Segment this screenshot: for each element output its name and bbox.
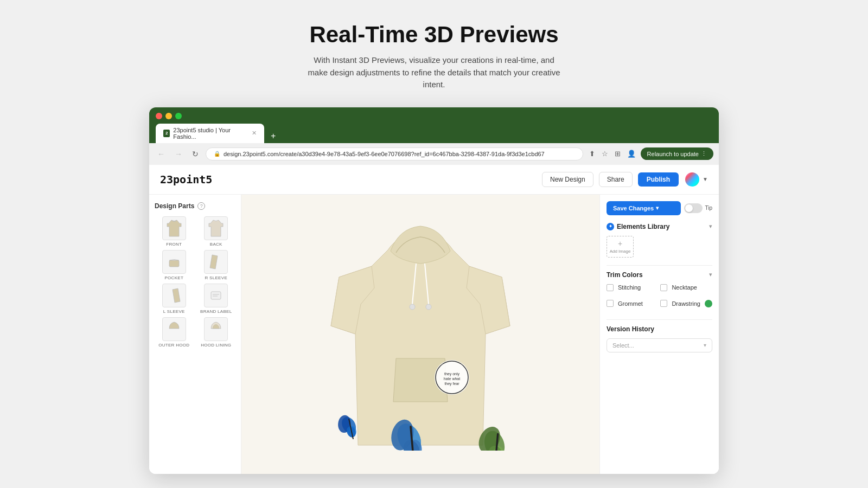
- version-chevron-icon: ▾: [704, 342, 706, 348]
- part-rsleeve[interactable]: R SLEEVE: [197, 250, 236, 280]
- relaunch-chevron-icon: ⋮: [701, 150, 707, 157]
- elements-library-section: ✦ Elements Library ▾ + Add Image: [607, 223, 712, 258]
- version-history-label: Version History: [607, 325, 654, 333]
- back-button[interactable]: ←: [155, 149, 168, 159]
- profile-icon[interactable]: 👤: [626, 148, 637, 159]
- browser-chrome: 2 23point5 studio | Your Fashio... ✕ +: [149, 107, 719, 143]
- stitching-checkbox[interactable]: [607, 284, 614, 291]
- part-outer-hood[interactable]: OUTER HOOD: [155, 317, 194, 348]
- new-design-button[interactable]: New Design: [542, 172, 593, 187]
- nav-actions: ⬆ ☆ ⊞ 👤 Relaunch to update ⋮: [588, 147, 713, 160]
- part-back[interactable]: BACK: [197, 216, 236, 247]
- elements-library-icon: ✦: [607, 223, 614, 230]
- svg-text:they only: they only: [444, 372, 460, 376]
- part-front[interactable]: FRONT: [155, 216, 194, 247]
- forward-button[interactable]: →: [172, 149, 185, 159]
- publish-button[interactable]: Publish: [638, 172, 679, 187]
- design-parts-label: Design Parts: [155, 202, 194, 210]
- page-header: Real-Time 3D Previews With Instant 3D Pr…: [304, 22, 564, 91]
- browser-tabs: 2 23point5 studio | Your Fashio... ✕ +: [156, 124, 712, 143]
- trim-items-grid: Stitching Necktape Grommet Drawstri: [607, 284, 712, 312]
- url-text: design.23point5.com/create/a30d39e4-9e78…: [224, 151, 545, 157]
- trim-stitching: Stitching: [607, 284, 656, 291]
- toggle-tip: Tip: [684, 203, 712, 213]
- hoodie-preview: they only hate what they fear: [317, 217, 524, 451]
- part-rsleeve-label: R SLEEVE: [205, 275, 227, 280]
- add-image-label: Add Image: [610, 249, 631, 254]
- app-logo: 23point5: [160, 173, 212, 186]
- part-pocket-thumbnail: [162, 250, 186, 274]
- divider-2: [607, 319, 712, 320]
- right-panel: Save Changes ▾ Tip ✦ E: [599, 195, 719, 474]
- part-front-label: FRONT: [166, 242, 182, 247]
- tab-close-icon[interactable]: ✕: [252, 130, 257, 137]
- lock-icon: 🔒: [214, 151, 220, 157]
- save-changes-label: Save Changes: [613, 205, 654, 211]
- part-front-thumbnail: [162, 216, 186, 240]
- header-actions: New Design Share Publish ▼: [542, 171, 708, 188]
- divider-1: [607, 265, 712, 266]
- version-history-section: Version History Select... ▾: [607, 325, 712, 352]
- elements-library-chevron-icon[interactable]: ▾: [709, 223, 712, 230]
- part-lsleeve-label: L SLEEVE: [163, 309, 185, 314]
- tip-toggle[interactable]: [684, 203, 703, 213]
- tab-title: 23point5 studio | Your Fashio...: [173, 127, 245, 140]
- left-panel: Design Parts ? FRONT: [149, 195, 241, 474]
- avatar-chevron-icon[interactable]: ▼: [703, 176, 708, 182]
- necktape-checkbox[interactable]: [660, 284, 667, 291]
- relaunch-button[interactable]: Relaunch to update ⋮: [641, 147, 713, 160]
- bookmark-icon[interactable]: ☆: [600, 148, 610, 159]
- parts-grid: FRONT BACK: [155, 216, 235, 348]
- drawstring-checkbox[interactable]: [660, 300, 667, 307]
- dot-red[interactable]: [156, 113, 162, 119]
- drawstring-label: Drawstring: [672, 300, 700, 307]
- tab-favicon: 2: [163, 130, 170, 137]
- drawstring-indicator: [705, 300, 712, 307]
- app-main: Design Parts ? FRONT: [149, 195, 719, 474]
- address-bar[interactable]: 🔒 design.23point5.com/create/a30d39e4-9e…: [206, 147, 583, 160]
- part-back-thumbnail: [204, 216, 228, 240]
- elements-library-title: ✦ Elements Library: [607, 223, 669, 230]
- part-pocket[interactable]: POCKET: [155, 250, 194, 280]
- extensions-icon[interactable]: ⊞: [613, 148, 622, 159]
- trim-necktape: Necktape: [660, 284, 712, 291]
- part-outer-hood-label: OUTER HOOD: [158, 343, 189, 348]
- dot-green[interactable]: [175, 113, 182, 119]
- version-select[interactable]: Select... ▾: [607, 338, 712, 352]
- app-content: 23point5 New Design Share Publish ▼ Desi…: [149, 165, 719, 474]
- toggle-knob: [685, 204, 693, 212]
- svg-rect-1: [211, 292, 221, 299]
- trim-colors-label: Trim Colors: [607, 271, 643, 279]
- part-hood-lining[interactable]: HOOD LINING: [197, 317, 236, 348]
- trim-colors-chevron-icon[interactable]: ▾: [709, 271, 712, 278]
- hoodie-container: they only hate what they fear: [317, 217, 524, 451]
- version-history-header: Version History: [607, 325, 712, 333]
- share-button[interactable]: Share: [599, 172, 633, 187]
- part-brand-label[interactable]: BRAND LABEL: [197, 284, 236, 314]
- svg-rect-0: [169, 260, 179, 267]
- part-outer-hood-thumbnail: [162, 317, 186, 341]
- save-chevron-icon: ▾: [656, 205, 659, 211]
- relaunch-label: Relaunch to update: [647, 151, 699, 157]
- part-lsleeve-thumbnail: [162, 284, 186, 307]
- new-tab-button[interactable]: +: [266, 129, 280, 143]
- help-icon[interactable]: ?: [197, 202, 205, 210]
- center-panel: they only hate what they fear: [241, 195, 599, 474]
- elements-library-header: ✦ Elements Library ▾: [607, 223, 712, 230]
- share-nav-icon[interactable]: ⬆: [588, 148, 597, 159]
- part-lsleeve[interactable]: L SLEEVE: [155, 284, 194, 314]
- page-subtitle: With Instant 3D Previews, visualize your…: [304, 54, 564, 91]
- trim-drawstring: Drawstring: [660, 300, 712, 307]
- browser-nav: ← → ↻ 🔒 design.23point5.com/create/a30d3…: [149, 143, 719, 165]
- design-parts-header: Design Parts ?: [155, 202, 235, 210]
- necktape-label: Necktape: [672, 284, 697, 291]
- grommet-checkbox[interactable]: [607, 300, 614, 307]
- trim-colors-header: Trim Colors ▾: [607, 271, 712, 279]
- add-image-button[interactable]: + Add Image: [607, 236, 634, 258]
- elements-library-label: Elements Library: [617, 223, 669, 230]
- save-changes-button[interactable]: Save Changes ▾: [607, 201, 681, 215]
- active-tab[interactable]: 2 23point5 studio | Your Fashio... ✕: [156, 124, 264, 143]
- refresh-button[interactable]: ↻: [189, 149, 201, 159]
- dot-yellow[interactable]: [165, 113, 172, 119]
- part-brand-label-text: BRAND LABEL: [200, 309, 232, 314]
